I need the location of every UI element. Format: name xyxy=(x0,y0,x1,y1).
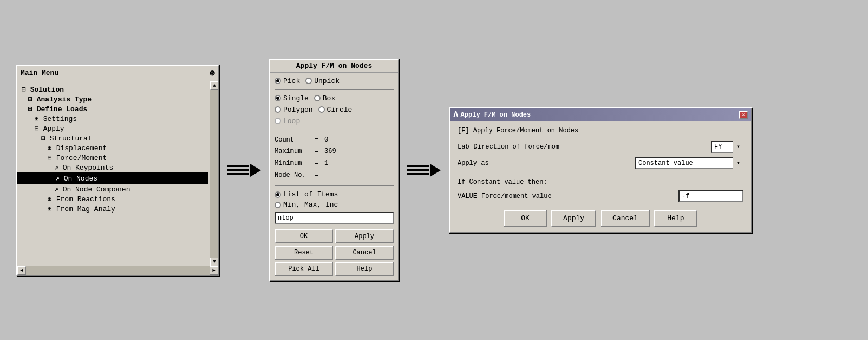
picker-reset-button[interactable]: Reset xyxy=(275,246,333,260)
nodeno-label: Node No. xyxy=(275,170,312,182)
lab-direction-row: Lab Direction of force/mom FY FX FZ MX M… xyxy=(458,141,743,153)
main-scene: Main Menu ⊛ ⊟ Solution ⊞ Analysis Type ⊟… xyxy=(0,0,868,340)
apply-dialog-close-btn[interactable]: ✕ xyxy=(739,111,748,119)
picker-cancel-button[interactable]: Cancel xyxy=(335,246,394,260)
menu-item-force-moment[interactable]: ⊟ Force/Moment xyxy=(17,153,208,163)
force-label: Force/moment value xyxy=(481,193,552,200)
force-value-input[interactable] xyxy=(678,190,743,202)
count-val: 0 xyxy=(324,134,328,146)
apply-btn-row: OK Apply Cancel Help xyxy=(458,210,743,227)
menu-item-apply[interactable]: ⊟ Apply xyxy=(17,124,208,133)
arrow2-line1 xyxy=(407,165,429,167)
menu-items-list: ⊟ Solution ⊞ Analysis Type ⊟ Define Load… xyxy=(17,84,218,215)
polygon-label: Polygon xyxy=(283,106,313,114)
circle-radio[interactable]: Circle xyxy=(318,106,353,114)
pick-radio[interactable]: Pick xyxy=(275,77,300,85)
minimum-val: 1 xyxy=(324,158,328,170)
menu-item-define-loads[interactable]: ⊟ Define Loads xyxy=(17,104,208,114)
apply-as-row: Apply as Constant value Existing table ▼ xyxy=(458,157,743,169)
if-constant-label: If Constant value then: xyxy=(458,178,547,186)
apply-as-label: Apply as xyxy=(458,159,489,167)
menu-item-structural[interactable]: ⊟ Structural xyxy=(17,133,208,143)
count-row: Count = 0 xyxy=(275,134,394,146)
minimum-row: Minimum = 1 xyxy=(275,158,394,170)
apply-dialog-title-text: Λ Apply F/M on Nodes xyxy=(453,110,531,120)
menu-item-solution[interactable]: ⊟ Solution xyxy=(17,85,208,94)
scroll-track[interactable] xyxy=(210,90,218,258)
menu-content-area: ⊟ Solution ⊞ Analysis Type ⊟ Define Load… xyxy=(17,81,218,266)
apply-dialog-titlebar: Λ Apply F/M on Nodes ✕ xyxy=(450,108,751,121)
maximum-label: Maximum xyxy=(275,146,312,158)
picker-text-input[interactable] xyxy=(275,212,394,224)
main-menu-window: Main Menu ⊛ ⊟ Solution ⊞ Analysis Type ⊟… xyxy=(16,65,219,276)
count-eq: = xyxy=(315,134,322,146)
single-radio[interactable]: Single xyxy=(275,94,309,102)
arrow1-line2 xyxy=(227,169,249,171)
menu-hscroll: ◄ ► xyxy=(17,266,218,275)
apply-dialog-controls: ✕ xyxy=(739,111,748,119)
divider1 xyxy=(275,89,394,90)
maximum-val: 369 xyxy=(324,146,336,158)
apply-ok-button[interactable]: OK xyxy=(504,210,547,227)
single-label: Single xyxy=(283,94,309,102)
circle-label: Circle xyxy=(327,106,353,114)
apply-dialog-title: Apply F/M on Nodes xyxy=(461,111,531,119)
nodeno-row: Node No. = xyxy=(275,170,394,182)
apply-cancel-button[interactable]: Cancel xyxy=(601,210,650,227)
picker-apply-button[interactable]: Apply xyxy=(335,229,394,243)
hscroll-left-btn[interactable]: ◄ xyxy=(17,266,26,275)
box-label: Box xyxy=(323,94,335,102)
list-items-radio[interactable]: List of Items xyxy=(275,190,394,198)
menu-item-on-keypoints[interactable]: ↗ On Keypoints xyxy=(17,163,208,172)
menu-item-from-mag-analy[interactable]: ⊞ From Mag Analy xyxy=(17,204,208,214)
arrow1-lines xyxy=(227,165,249,175)
apply-as-dropdown[interactable]: Constant value Existing table xyxy=(635,157,743,169)
arrow1-line3 xyxy=(227,173,249,175)
divider2 xyxy=(275,130,394,130)
apply-apply-button[interactable]: Apply xyxy=(551,210,596,227)
pick-unpick-group: Pick Unpick xyxy=(275,77,394,85)
loop-group: Loop xyxy=(275,117,394,125)
list-options: List of Items Min, Max, Inc xyxy=(275,190,394,209)
picker-help-button[interactable]: Help xyxy=(335,262,394,276)
min-max-inc-radio[interactable]: Min, Max, Inc xyxy=(275,201,394,209)
polygon-circle-group: Polygon Circle xyxy=(275,106,394,114)
loop-label: Loop xyxy=(283,117,300,125)
menu-item-on-node-component[interactable]: ↗ On Node Componen xyxy=(17,184,208,194)
picker-ok-button[interactable]: OK xyxy=(275,229,333,243)
picker-pickall-button[interactable]: Pick All xyxy=(275,262,333,276)
polygon-radio-circle xyxy=(275,106,281,113)
menu-item-on-nodes[interactable]: ↗ On Nodes xyxy=(17,172,208,184)
divider3 xyxy=(275,185,394,186)
menu-item-displacement[interactable]: ⊞ Displacement xyxy=(17,143,208,153)
hscroll-track[interactable] xyxy=(26,266,210,275)
arrow1 xyxy=(227,164,261,177)
min-max-inc-radio-circle xyxy=(275,202,281,208)
arrow2-container xyxy=(399,164,449,177)
scroll-down-btn[interactable]: ▼ xyxy=(210,258,218,266)
direction-dropdown[interactable]: FY FX FZ MX MY MZ xyxy=(711,141,743,153)
main-menu-collapse-icon[interactable]: ⊛ xyxy=(210,68,215,79)
hscroll-right-btn[interactable]: ► xyxy=(210,266,218,275)
stats-block: Count = 0 Maximum = 369 Minimum = 1 Node… xyxy=(275,134,394,181)
menu-item-settings[interactable]: ⊞ Settings xyxy=(17,114,208,124)
box-radio[interactable]: Box xyxy=(314,94,335,102)
apply-help-button[interactable]: Help xyxy=(654,210,697,227)
value-row: VALUE Force/moment value xyxy=(458,190,743,202)
maximum-row: Maximum = 369 xyxy=(275,146,394,158)
picker-body: Pick Unpick Single Box xyxy=(270,73,398,280)
apply-divider xyxy=(458,174,743,174)
arrow2-line3 xyxy=(407,173,429,175)
unpick-radio[interactable]: Unpick xyxy=(305,77,340,85)
unpick-label: Unpick xyxy=(314,77,340,85)
maximum-eq: = xyxy=(315,146,322,158)
lab-label: Lab xyxy=(458,143,469,151)
scroll-up-btn[interactable]: ▲ xyxy=(210,81,218,90)
polygon-radio[interactable]: Polygon xyxy=(275,106,313,114)
menu-scrollbar: ▲ ▼ xyxy=(210,81,218,266)
menu-item-analysis-type[interactable]: ⊞ Analysis Type xyxy=(17,94,208,104)
nodeno-eq: = xyxy=(315,170,322,182)
direction-label: Direction of force/mom xyxy=(474,143,559,151)
menu-item-from-reactions[interactable]: ⊞ From Reactions xyxy=(17,194,208,204)
if-constant-row: If Constant value then: xyxy=(458,178,743,186)
